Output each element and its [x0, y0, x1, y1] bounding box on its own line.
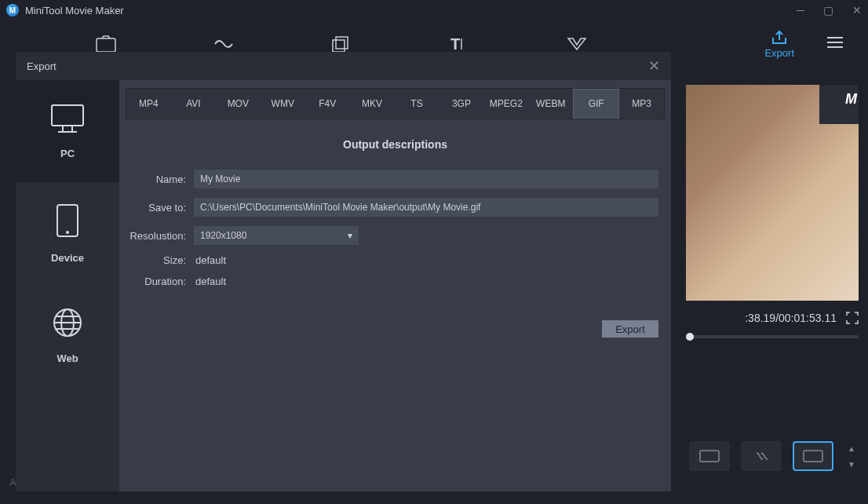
preview-watermark: M — [845, 91, 857, 108]
format-tab-gif[interactable]: GIF — [573, 89, 619, 119]
export-tool-button[interactable]: Export — [764, 30, 794, 59]
resolution-row: Resolustion: 1920x1080 ▾ — [119, 226, 658, 245]
dialog-body: PC Device Web MP4 AVI MOV WMV F4V — [16, 80, 671, 491]
sidebar-item-web[interactable]: Web — [16, 284, 119, 386]
format-tab-3gp[interactable]: 3GP — [439, 89, 483, 119]
stepper-up[interactable]: ▲ — [844, 443, 859, 454]
export-sidebar: PC Device Web — [16, 80, 119, 491]
media-tool-icon[interactable] — [47, 35, 165, 53]
size-row: Size: default — [119, 254, 658, 266]
motion-tool-icon[interactable] — [518, 37, 636, 51]
duration-label: Duration: — [119, 276, 194, 287]
format-tab-mp4[interactable]: MP4 — [126, 89, 171, 119]
app-logo-icon: M — [6, 4, 19, 16]
app-title: MiniTool Movie Maker — [25, 5, 797, 16]
dialog-close-button[interactable]: ✕ — [648, 57, 660, 75]
fullscreen-icon[interactable] — [846, 312, 859, 324]
timeline-view-1[interactable] — [689, 441, 730, 471]
sidebar-item-label: Device — [51, 252, 84, 264]
preview-timecode: :38.19/00:01:53.11 — [745, 312, 837, 324]
timeline-view-3[interactable] — [793, 441, 833, 471]
effects-tool-icon[interactable] — [283, 35, 400, 53]
svg-rect-1 — [336, 37, 348, 49]
chevron-down-icon: ▾ — [348, 230, 352, 241]
format-tab-mov[interactable]: MOV — [216, 89, 261, 119]
bottom-toolbar: ▲ ▼ — [689, 441, 859, 471]
format-tab-ts[interactable]: TS — [395, 89, 439, 119]
svg-rect-0 — [97, 38, 115, 52]
web-icon — [52, 307, 83, 341]
minimize-button[interactable]: ─ — [797, 4, 804, 16]
resolution-select[interactable]: 1920x1080 ▾ — [194, 226, 359, 245]
svg-rect-9 — [804, 451, 822, 462]
export-form: Name: Save to: Resolustion: 1920x1080 ▾ … — [119, 170, 671, 287]
name-label: Name: — [119, 173, 194, 185]
export-dialog: Export ✕ PC Device Web — [16, 52, 671, 491]
preview-panel: M :38.19/00:01:53.11 — [686, 85, 859, 338]
sidebar-item-label: Web — [57, 352, 78, 364]
saveto-label: Save to: — [119, 202, 194, 214]
output-title: Output descriptions — [119, 119, 671, 170]
window-controls: ─ ▢ ✕ — [797, 4, 862, 16]
saveto-input[interactable] — [194, 198, 658, 217]
svg-text:T: T — [450, 35, 460, 53]
svg-rect-10 — [52, 105, 83, 126]
menu-button[interactable] — [826, 35, 844, 53]
timeline-view-2[interactable] — [741, 441, 782, 471]
resolution-value: 1920x1080 — [200, 230, 246, 241]
dialog-header: Export ✕ — [16, 52, 671, 80]
format-tab-mp3[interactable]: MP3 — [619, 89, 664, 119]
duration-value: default — [194, 276, 226, 287]
sidebar-item-pc[interactable]: PC — [16, 80, 119, 182]
preview-slider-thumb[interactable] — [686, 333, 694, 341]
preview-timecode-row: :38.19/00:01:53.11 — [686, 301, 859, 335]
device-icon — [56, 203, 79, 241]
format-tab-mpeg2[interactable]: MPEG2 — [483, 89, 528, 119]
preview-video-frame[interactable]: M — [686, 85, 859, 301]
pc-icon — [50, 104, 85, 137]
format-tab-avi[interactable]: AVI — [171, 89, 216, 119]
export-button-row: Export — [119, 287, 671, 338]
resolution-label: Resolustion: — [119, 230, 194, 242]
export-button[interactable]: Export — [602, 320, 658, 338]
size-value: default — [194, 254, 226, 266]
stepper-down[interactable]: ▼ — [844, 458, 859, 469]
format-tab-wmv[interactable]: WMV — [261, 89, 305, 119]
close-button[interactable]: ✕ — [852, 4, 862, 16]
sidebar-item-device[interactable]: Device — [16, 182, 119, 284]
text-tool-icon[interactable]: T — [400, 35, 518, 53]
export-tool-label: Export — [764, 47, 794, 59]
format-tab-webm[interactable]: WEBM — [528, 89, 573, 119]
svg-point-15 — [66, 231, 69, 234]
saveto-row: Save to: — [119, 198, 658, 217]
preview-slider[interactable] — [686, 335, 859, 338]
bottom-stepper: ▲ ▼ — [844, 443, 859, 469]
format-tab-f4v[interactable]: F4V — [305, 89, 350, 119]
titlebar: M MiniTool Movie Maker ─ ▢ ✕ — [0, 0, 868, 20]
name-input[interactable] — [194, 170, 658, 188]
dialog-title: Export — [27, 60, 57, 72]
size-label: Size: — [119, 254, 194, 266]
sidebar-item-label: PC — [60, 148, 75, 159]
svg-rect-2 — [333, 40, 345, 52]
duration-row: Duration: default — [119, 276, 658, 287]
export-icon — [770, 30, 789, 46]
format-tabs: MP4 AVI MOV WMV F4V MKV TS 3GP MPEG2 WEB… — [126, 88, 665, 119]
svg-rect-8 — [700, 451, 719, 462]
name-row: Name: — [119, 170, 658, 188]
transition-tool-icon[interactable] — [165, 35, 283, 53]
maximize-button[interactable]: ▢ — [823, 4, 833, 16]
format-tab-mkv[interactable]: MKV — [350, 89, 395, 119]
export-content-panel: MP4 AVI MOV WMV F4V MKV TS 3GP MPEG2 WEB… — [119, 80, 671, 491]
